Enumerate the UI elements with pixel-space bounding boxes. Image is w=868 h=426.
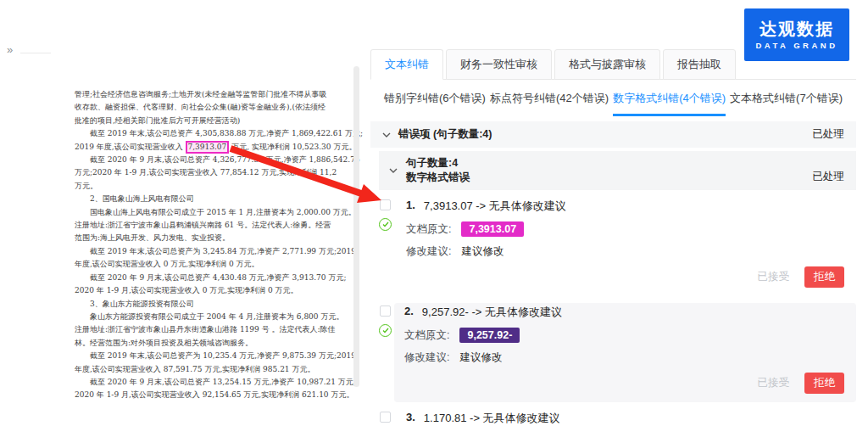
document-text-line: 2019 年度,该公司实现营业收入 7,3913.07 万元, 实现净利润 10…	[75, 141, 354, 154]
item-card: 2. 9,257.92- -> 无具体修改建议 文档原文: 9,257.92- …	[394, 303, 856, 402]
item-card: 1. 7,3913.07 -> 无具体修改建议 文档原文: 7,3913.07 …	[404, 197, 856, 296]
main-tab-1[interactable]: 财务一致性审核	[446, 49, 552, 80]
subgroup-lines: 句子数量:4 数字格式错误	[406, 156, 470, 185]
item-title-row: 1. 7,3913.07 -> 无具体修改建议	[406, 199, 844, 214]
sub-tab-3[interactable]: 文本格式纠错(7个错误)	[730, 91, 843, 116]
document-text-line: 2020 年 1-9 月,该公司实现营业收入 92,154.65 万元,实现净利…	[75, 389, 354, 401]
chevron-down-icon	[389, 168, 398, 173]
item-title: 7,3913.07 -> 无具体修改建议	[424, 199, 566, 214]
main-tabbar: 文本纠错财务一致性审核格式与披露审核报告抽取	[370, 49, 856, 80]
document-text-line: 截至 2020 年 9 月末,该公司总资产 4,326,777.38 万元,净资…	[75, 154, 354, 166]
document-text-line: 象山东方能源投资有限公司成立于 2004 年 4 月,注册资本为 6,800 万…	[75, 311, 354, 323]
document-text-line: 国电象山海上风电有限公司成立于 2015 年 1 月,注册资本为 2,000.0…	[75, 206, 354, 219]
item-title-row: 2. 9,257.92- -> 无具体修改建议	[404, 305, 844, 320]
item-title: 1.170.81 -> 无具体修改建议	[424, 411, 560, 426]
item-gutter	[379, 197, 404, 296]
item-actions: 已接受 拒绝	[406, 266, 844, 288]
document-text-line: 2、国电象山海上风电有限公司	[75, 193, 354, 205]
item-number: 1.	[406, 199, 415, 214]
review-panel: 文本纠错财务一致性审核格式与披露审核报告抽取 错别字纠错(6个错误)标点符号纠错…	[370, 49, 856, 426]
processed-check-icon[interactable]	[379, 324, 392, 337]
suggestion-row: 修改建议: 建议修改	[406, 244, 844, 259]
suggestion-label: 修改建议:	[406, 244, 451, 259]
document-text-line: 管理;社会经济信息咨询服务;土地开发(未经金融等监管部门批准不得从事吸	[75, 88, 354, 101]
suggestion-value: 建议修改	[461, 244, 504, 259]
original-text-label: 文档原文:	[404, 328, 449, 343]
accepted-button[interactable]: 已接受	[754, 373, 793, 394]
item-card: 3. 1.170.81 -> 无具体修改建议 文档原文: 1.170.81 修改…	[404, 409, 856, 426]
error-group-header[interactable]: 错误项 (句子数量:4) 已处理	[370, 121, 856, 148]
item-number: 2.	[404, 305, 414, 320]
error-item-list: 1. 7,3913.07 -> 无具体修改建议 文档原文: 7,3913.07 …	[379, 197, 856, 426]
suggestion-label: 修改建议:	[404, 350, 449, 365]
document-page: 管理;社会经济信息咨询服务;土地开发(未经金融等监管部门批准不得从事吸收存款、融…	[75, 88, 354, 402]
item-checkbox[interactable]	[380, 199, 391, 210]
divider	[20, 53, 51, 53]
suggestion-value: 建议修改	[459, 350, 502, 365]
item-actions: 已接受 拒绝	[404, 373, 844, 394]
processed-check-icon[interactable]	[379, 218, 392, 231]
processed-status: 已处理	[813, 127, 845, 142]
processed-status: 已处理	[813, 170, 845, 184]
item-checkbox[interactable]	[380, 412, 391, 423]
document-text-line: 范围为:海上风电开发、风力发电、实业投资。	[75, 232, 354, 244]
document-text-line: 3、象山东方能源投资有限公司	[75, 298, 354, 311]
document-text-line: 截至 2020 年 9 月末,该公司总资产 4,430.48 万元,净资产 3,…	[75, 272, 354, 284]
reject-button[interactable]: 拒绝	[804, 373, 844, 394]
error-type: 数字格式错误	[406, 171, 470, 185]
document-text-line: 年度,该公司实现营业收入 0 万元,实现净利润 0 万元。	[75, 258, 354, 271]
document-text-line: 注册地址:浙江省宁波市象山县丹东街道象山港路 1199 号 。法定代表人:陈佳	[75, 323, 354, 336]
item-number: 3.	[406, 411, 415, 426]
document-text-line: 截至 2020 年 9 月末,该公司总资产 13,254.15 万元,净资产 1…	[75, 376, 354, 389]
document-text-line: 截至 2019 年末,该公司总资产 4,305,838.88 万元,净资产 1,…	[75, 127, 354, 140]
main-tab-0[interactable]: 文本纠错	[370, 49, 443, 80]
collapse-panel-icon[interactable]: »	[7, 44, 13, 56]
document-text-line: 万元;2020 年 1-9 月,该公司实现营业收入 77,854.12 万元,实…	[75, 166, 354, 179]
document-text-line: 林。经营范围为:对外项目投资及相关领域咨询服务。	[75, 337, 354, 350]
document-text-line: 收存款、融资担保、代客理财、向社会公众集(融)资等金融业务),(依法须经	[75, 101, 354, 114]
original-text-chip[interactable]: 9,257.92-	[459, 328, 520, 343]
document-error-highlight[interactable]: 7,3913.07	[186, 141, 230, 154]
app: 达观数据 DATA GRAND » 管理;社会经济信息咨询服务;土地开发(未经金…	[0, 0, 868, 426]
item-checkbox[interactable]	[380, 305, 391, 317]
document-text-line: 2020 年 1-9 月,该公司实现营业收入 0 万元,实现净利润 0 万元。	[75, 284, 354, 297]
document-text-line: 年度,该公司实现营业收入 87,591.75 万元,实现净利润 985.21 万…	[75, 363, 354, 376]
error-subgroup-header[interactable]: 句子数量:4 数字格式错误 已处理	[379, 151, 856, 190]
document-text-line: 截至 2019 年末,该公司总资产为 3,245.84 万元,净资产 2,771…	[75, 245, 354, 258]
document-text-line: 注册地址:浙江省宁波市象山县鹤浦镇兴南路 61 号。法定代表人:徐勇。经营	[75, 219, 354, 232]
item-title-row: 3. 1.170.81 -> 无具体修改建议	[406, 411, 844, 426]
document-scrollbar[interactable]	[353, 66, 359, 387]
chevron-down-icon	[382, 132, 391, 137]
error-item: 2. 9,257.92- -> 无具体修改建议 文档原文: 9,257.92- …	[379, 303, 856, 402]
error-item: 3. 1.170.81 -> 无具体修改建议 文档原文: 1.170.81 修改…	[379, 409, 856, 426]
accepted-button[interactable]: 已接受	[754, 266, 793, 288]
sub-tab-2[interactable]: 数字格式纠错(4个错误)	[613, 91, 726, 116]
sub-tab-0[interactable]: 错别字纠错(6个错误)	[384, 91, 486, 116]
error-group-title: 错误项 (句子数量:4)	[398, 127, 492, 142]
reject-button[interactable]: 拒绝	[804, 266, 844, 288]
original-text-chip[interactable]: 7,3913.07	[461, 221, 524, 237]
logo-title: 达观数据	[760, 20, 834, 38]
item-title: 9,257.92- -> 无具体修改建议	[422, 305, 562, 320]
original-text-row: 文档原文: 9,257.92-	[404, 328, 844, 343]
main-tab-2[interactable]: 格式与披露审核	[554, 49, 660, 80]
document-text-line: 万元。	[75, 180, 354, 193]
original-text-row: 文档原文: 7,3913.07	[406, 221, 844, 237]
item-gutter	[379, 409, 404, 426]
main-tab-3[interactable]: 报告抽取	[663, 49, 736, 80]
error-item: 1. 7,3913.07 -> 无具体修改建议 文档原文: 7,3913.07 …	[379, 197, 856, 296]
document-text-line: 批准的项目,经相关部门批准后方可开展经营活动)	[75, 115, 354, 127]
suggestion-row: 修改建议: 建议修改	[404, 350, 844, 365]
document-text-line: 截至 2019 年末,该公司总资产为 10,235.4 万元,净资产 9,875…	[75, 350, 354, 362]
original-text-label: 文档原文:	[406, 222, 451, 237]
sub-tabbar: 错别字纠错(6个错误)标点符号纠错(42个错误)数字格式纠错(4个错误)文本格式…	[370, 80, 856, 116]
sentence-count: 句子数量:4	[406, 156, 470, 171]
sub-tab-1[interactable]: 标点符号纠错(42个错误)	[490, 91, 609, 116]
